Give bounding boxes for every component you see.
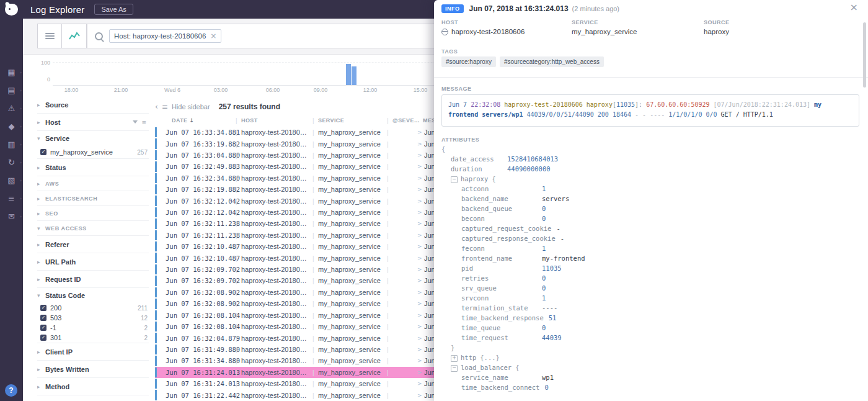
list-view-button[interactable] [37, 24, 62, 48]
severity-badge: INFO [441, 4, 464, 13]
nav-item-logs[interactable]: ≡› [0, 189, 23, 207]
top-values-icon[interactable]: ≡ [141, 119, 146, 125]
checkbox-checked-icon[interactable]: ✓ [40, 149, 46, 155]
log-host: haproxy-test-20180606 [241, 266, 309, 273]
toggle-expand-icon[interactable]: + [451, 355, 458, 362]
facet-group-web-access[interactable]: ▾WEB ACCESS [37, 221, 149, 235]
nav-item-dashboards[interactable]: ▦› [0, 63, 23, 81]
nav-item-integrations[interactable]: ▥› [0, 135, 23, 153]
facet-request-id[interactable]: ▸Request ID [37, 271, 149, 287]
column-separator: | [312, 174, 314, 181]
facet-value-301[interactable]: ✓3012 [37, 333, 149, 343]
graph-view-button[interactable] [62, 24, 87, 48]
collapse-sidebar-icon[interactable]: ‹ [155, 102, 158, 111]
attr-value: 0 [537, 215, 546, 222]
facet-host[interactable]: ▸Host≡ [37, 114, 149, 130]
facet-value-my-haproxy-service[interactable]: ✓my_haproxy_service257 [37, 146, 149, 158]
log-service: my_haproxy_service [318, 380, 385, 387]
attr-value: 0 [537, 205, 546, 212]
facet-section-request-id: ▸Request ID [37, 271, 149, 288]
column-separator: | [312, 381, 314, 387]
tag-chip[interactable]: #sourcecategory:http_web_access [500, 56, 604, 67]
checkbox-checked-icon[interactable]: ✓ [40, 315, 46, 321]
save-as-button[interactable]: Save As [94, 4, 133, 15]
search-filter-chip[interactable]: Host: haproxy-test-20180606 × [109, 29, 221, 43]
tag-chip[interactable]: #source:haproxy [441, 56, 496, 67]
column-separator: | [312, 369, 314, 376]
attr-row-http: +http{...} [441, 354, 859, 364]
column-header-date[interactable]: DATE↓ [172, 117, 194, 124]
hide-sidebar-button[interactable]: Hide sidebar [172, 103, 210, 110]
column-separator: | [312, 323, 314, 330]
column-header-service[interactable]: SERVICE [318, 117, 344, 124]
close-icon[interactable]: × [850, 1, 858, 13]
status-indicator-bar [155, 356, 157, 366]
histogram-bar[interactable] [346, 64, 351, 85]
facet-section-referer: ▸Referer [37, 236, 149, 253]
log-service: my_haproxy_service [318, 128, 385, 136]
facet-status[interactable]: ▸Status [37, 159, 149, 176]
x-axis-tick-label: 18:00 [64, 87, 79, 93]
attr-row-srvconn: srvconn1 [441, 294, 859, 304]
status-indicator-bar [155, 127, 157, 137]
chip-remove-icon[interactable]: × [210, 32, 216, 40]
facet-group-seo[interactable]: ▸SEO [37, 206, 149, 220]
column-separator: | [236, 346, 237, 353]
toggle-collapse-icon[interactable]: − [451, 176, 458, 183]
attr-key: haproxy [461, 175, 488, 182]
column-separator: | [236, 243, 237, 250]
nav-item-metrics[interactable]: ◆› [0, 117, 23, 135]
facet-value-503[interactable]: ✓50312 [37, 313, 149, 323]
facet-value-label: -1 [50, 324, 56, 331]
toggle-collapse-icon[interactable]: − [451, 365, 458, 372]
chevron-right-icon: ▸ [37, 181, 45, 187]
facet-label: Method [45, 383, 69, 390]
datadog-logo[interactable] [5, 4, 18, 16]
facet-value-200[interactable]: ✓200211 [37, 303, 149, 313]
attr-row-time_backend_response: time_backend_response51 [441, 314, 859, 324]
filter-funnel-icon[interactable] [133, 120, 138, 124]
expand-caret-icon: > [417, 129, 422, 135]
nav-item-infrastructure[interactable]: ▤› [0, 81, 23, 99]
facet-settings-icon[interactable]: ≡ [162, 102, 168, 111]
facet-service[interactable]: ▾Service [37, 131, 149, 146]
checkbox-checked-icon[interactable]: ✓ [40, 305, 46, 311]
checkbox-checked-icon[interactable]: ✓ [40, 325, 46, 331]
facet-bytes-written[interactable]: ▸Bytes Written [37, 361, 149, 377]
column-header-host[interactable]: HOST [241, 117, 258, 124]
facet-method[interactable]: ▸Method [37, 378, 149, 395]
nav-item-apm[interactable]: ↻› [0, 153, 23, 171]
facet-group-aws[interactable]: ▸AWS [37, 176, 149, 191]
histogram-bar[interactable] [352, 66, 356, 85]
log-service: my_haproxy_service [318, 197, 385, 205]
facet-section-client-ip: ▸Client IP [37, 343, 149, 361]
sort-descending-icon: ↓ [189, 117, 194, 124]
scrollbar-thumb[interactable] [863, 22, 866, 88]
nav-item-notebooks[interactable]: ▧› [0, 171, 23, 189]
column-header-severity[interactable]: @SEVERITY [392, 117, 420, 124]
column-separator: | [387, 335, 389, 341]
attr-key: load_balancer [461, 364, 512, 371]
chart-line-icon [69, 32, 80, 40]
facet-value--1[interactable]: ✓-12 [37, 323, 149, 333]
log-host: haproxy-test-20180606 [241, 392, 309, 399]
facet-client-ip[interactable]: ▸Client IP [37, 343, 149, 360]
facet-referer[interactable]: ▸Referer [37, 236, 149, 253]
attr-value: - [556, 235, 564, 242]
attributes-tree: {date_access1528410684013duration4409000… [441, 145, 859, 401]
facet-source[interactable]: ▸Source [37, 96, 149, 113]
help-button[interactable]: ? [5, 384, 17, 397]
chevron-down-icon: ▾ [37, 225, 45, 232]
chevron-right-icon: ▸ [37, 196, 45, 202]
status-indicator-bar [155, 276, 157, 286]
log-host: haproxy-test-20180606 [241, 369, 309, 376]
nav-item-monitors[interactable]: ⚠› [0, 99, 23, 117]
facet-url-path[interactable]: ▸URL Path [37, 253, 149, 270]
x-axis-tick-label: 21:00 [114, 87, 128, 93]
facet-group-elasticsearch[interactable]: ▸ELASTICSEARCH [37, 191, 149, 205]
column-separator: | [387, 346, 389, 353]
nav-item-synthetics[interactable]: ✉› [0, 207, 23, 225]
facet-status-code[interactable]: ▾Status Code [37, 288, 149, 303]
column-separator: | [387, 312, 389, 318]
checkbox-checked-icon[interactable]: ✓ [40, 335, 46, 341]
